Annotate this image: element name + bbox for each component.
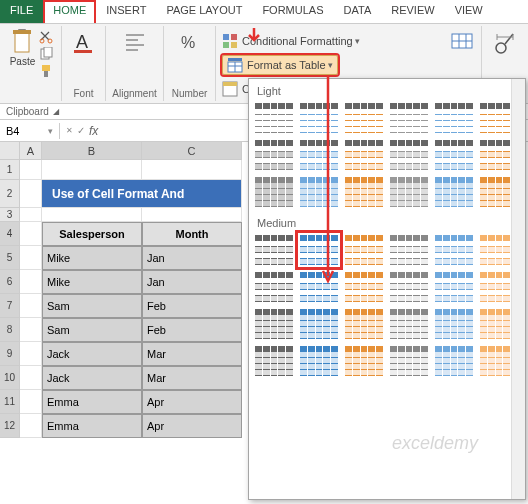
cell[interactable]: Jan	[142, 246, 242, 270]
col-header-b[interactable]: B	[42, 142, 142, 160]
cut-icon[interactable]	[39, 30, 53, 44]
row-header[interactable]: 8	[0, 318, 20, 342]
row-header[interactable]: 12	[0, 414, 20, 438]
table-style-thumb[interactable]	[343, 270, 385, 304]
enter-icon[interactable]: ✓	[77, 125, 85, 136]
cell[interactable]: Apr	[142, 414, 242, 438]
cell[interactable]: Sam	[42, 294, 142, 318]
table-style-thumb[interactable]	[343, 307, 385, 341]
row-header[interactable]: 10	[0, 366, 20, 390]
tab-review[interactable]: REVIEW	[381, 0, 444, 23]
tab-insert[interactable]: INSERT	[96, 0, 156, 23]
row-header[interactable]: 7	[0, 294, 20, 318]
table-style-thumb[interactable]	[343, 101, 385, 135]
row-header[interactable]: 4	[0, 222, 20, 246]
cell[interactable]	[142, 160, 242, 180]
format-as-table-button[interactable]: Format as Table ▾	[222, 55, 338, 75]
cell[interactable]	[20, 270, 42, 294]
cell[interactable]: Emma	[42, 390, 142, 414]
tab-file[interactable]: FILE	[0, 0, 43, 23]
editing-icon[interactable]	[491, 28, 519, 56]
cell[interactable]	[20, 180, 42, 208]
cell[interactable]: Salesperson	[42, 222, 142, 246]
select-all-corner[interactable]	[0, 142, 20, 160]
table-style-thumb[interactable]	[433, 344, 475, 378]
cell[interactable]	[20, 246, 42, 270]
col-header-a[interactable]: A	[20, 142, 42, 160]
cell[interactable]	[20, 294, 42, 318]
cell[interactable]: Jan	[142, 270, 242, 294]
table-style-thumb[interactable]	[253, 270, 295, 304]
table-style-thumb[interactable]	[433, 101, 475, 135]
table-style-thumb[interactable]	[433, 233, 475, 267]
font-icon[interactable]: A	[70, 28, 98, 56]
table-style-thumb[interactable]	[343, 138, 385, 172]
number-icon[interactable]: %	[176, 28, 204, 56]
table-style-thumb[interactable]	[253, 138, 295, 172]
tab-formulas[interactable]: FORMULAS	[252, 0, 333, 23]
cell[interactable]: Feb	[142, 294, 242, 318]
row-header[interactable]: 3	[0, 208, 20, 222]
cell[interactable]	[42, 160, 142, 180]
row-header[interactable]: 11	[0, 390, 20, 414]
table-style-thumb[interactable]	[298, 101, 340, 135]
table-style-thumb[interactable]	[298, 270, 340, 304]
table-style-thumb[interactable]	[433, 307, 475, 341]
fx-icon[interactable]: fx	[89, 124, 98, 138]
row-header[interactable]: 5	[0, 246, 20, 270]
gallery-scrollbar[interactable]	[511, 79, 525, 499]
table-style-thumb[interactable]	[298, 344, 340, 378]
table-style-thumb[interactable]	[388, 270, 430, 304]
table-style-thumb[interactable]	[388, 344, 430, 378]
conditional-formatting-button[interactable]: Conditional Formatting ▾	[222, 30, 436, 52]
table-style-thumb[interactable]	[433, 270, 475, 304]
cell[interactable]	[20, 414, 42, 438]
cell[interactable]	[20, 208, 42, 222]
cell[interactable]: Jack	[42, 342, 142, 366]
table-style-thumb[interactable]	[388, 101, 430, 135]
table-style-thumb[interactable]	[298, 307, 340, 341]
cell[interactable]: Emma	[42, 414, 142, 438]
cell[interactable]: Month	[142, 222, 242, 246]
cell[interactable]: Use of Cell Format And	[42, 180, 242, 208]
cell[interactable]: Mar	[142, 366, 242, 390]
copy-icon[interactable]	[39, 47, 53, 61]
cell[interactable]	[20, 342, 42, 366]
dialog-launcher-icon[interactable]: ◢	[53, 107, 59, 116]
tab-page-layout[interactable]: PAGE LAYOUT	[156, 0, 252, 23]
cell[interactable]	[20, 390, 42, 414]
paste-icon[interactable]	[9, 28, 37, 56]
cell[interactable]	[20, 318, 42, 342]
cell[interactable]: Feb	[142, 318, 242, 342]
table-style-thumb[interactable]	[343, 233, 385, 267]
cell[interactable]	[20, 160, 42, 180]
table-style-thumb[interactable]	[298, 175, 340, 209]
tab-home[interactable]: HOME	[43, 0, 96, 23]
table-style-thumb[interactable]	[253, 175, 295, 209]
row-header[interactable]: 2	[0, 180, 20, 208]
table-style-thumb[interactable]	[298, 138, 340, 172]
table-style-thumb[interactable]	[433, 138, 475, 172]
table-style-thumb[interactable]	[433, 175, 475, 209]
cell[interactable]: Jack	[42, 366, 142, 390]
table-style-thumb[interactable]	[253, 101, 295, 135]
cells-icon[interactable]	[448, 28, 476, 56]
format-painter-icon[interactable]	[39, 64, 53, 78]
name-box[interactable]: B4 ▾	[0, 123, 60, 139]
row-header[interactable]: 6	[0, 270, 20, 294]
row-header[interactable]: 9	[0, 342, 20, 366]
table-style-thumb[interactable]	[388, 138, 430, 172]
cell[interactable]: Mike	[42, 246, 142, 270]
table-style-thumb[interactable]	[298, 233, 340, 267]
cell[interactable]	[42, 208, 142, 222]
row-header[interactable]: 1	[0, 160, 20, 180]
table-style-thumb[interactable]	[253, 344, 295, 378]
table-style-thumb[interactable]	[388, 233, 430, 267]
table-style-thumb[interactable]	[253, 307, 295, 341]
cell[interactable]: Mar	[142, 342, 242, 366]
cell[interactable]: Mike	[42, 270, 142, 294]
table-style-thumb[interactable]	[253, 233, 295, 267]
tab-data[interactable]: DATA	[334, 0, 382, 23]
cell[interactable]	[142, 208, 242, 222]
cell[interactable]: Apr	[142, 390, 242, 414]
